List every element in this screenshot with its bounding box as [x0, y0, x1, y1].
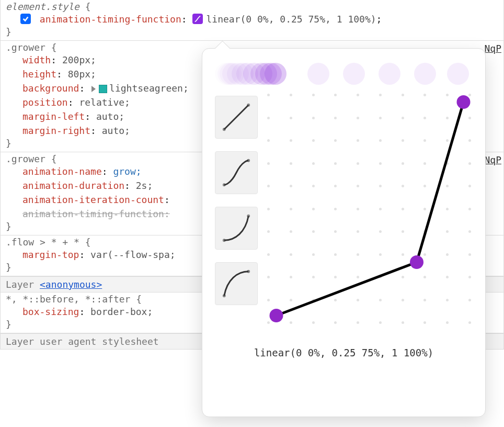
property-animation-timing-function[interactable]: animation-timing-function: linear(0 0%, … — [6, 12, 498, 26]
selector[interactable]: element.style — [6, 1, 79, 12]
curve-handle-0[interactable] — [270, 309, 283, 322]
property-value[interactable]: 2s; — [136, 180, 153, 191]
preview-dot — [307, 63, 329, 85]
property-name[interactable]: height — [22, 69, 56, 80]
easing-output: linear(0 0%, 0.25 75%, 1 100%) — [215, 347, 473, 358]
preview-dot — [265, 63, 287, 85]
easing-editor-popover: linear(0 0%, 0.25 75%, 1 100%) — [202, 48, 486, 417]
property-name[interactable]: margin-top — [22, 249, 79, 260]
preview-dot — [447, 63, 469, 85]
source-link[interactable]: NqP — [484, 43, 501, 54]
layer-link[interactable]: <anonymous> — [40, 279, 102, 290]
preview-dot — [379, 63, 400, 85]
preset-ease-in-out[interactable] — [215, 151, 258, 194]
curve-handle-1[interactable] — [410, 255, 423, 269]
property-value[interactable]: var(--flow-spa; — [90, 249, 176, 260]
expand-icon[interactable] — [91, 86, 96, 92]
property-name[interactable]: position — [22, 97, 68, 108]
easing-curve[interactable] — [277, 102, 464, 316]
preset-list — [215, 94, 258, 324]
property-value[interactable]: auto; — [102, 125, 130, 136]
property-value[interactable]: 200px; — [62, 54, 96, 65]
property-name[interactable]: animation-duration — [22, 180, 124, 191]
property-name[interactable]: animation-name — [22, 166, 102, 177]
source-link[interactable]: NqP — [484, 154, 501, 165]
property-value[interactable]: relative; — [79, 97, 130, 108]
curve-canvas[interactable] — [267, 94, 473, 324]
preview-dot — [343, 63, 365, 85]
animation-preview — [215, 60, 473, 87]
selector[interactable]: .grower — [6, 153, 45, 164]
property-name[interactable]: box-sizing — [22, 306, 79, 317]
curve-editor[interactable] — [267, 94, 473, 324]
curve-handle-2[interactable] — [457, 95, 471, 109]
property-value[interactable]: lightseagreen; — [109, 83, 189, 94]
property-name[interactable]: margin-left — [22, 111, 85, 122]
property-name[interactable]: width — [22, 54, 51, 65]
preset-linear[interactable] — [215, 96, 258, 139]
preset-ease-in[interactable] — [215, 207, 258, 250]
easing-swatch[interactable] — [192, 14, 203, 24]
rule-element-style: element.style { animation-timing-functio… — [0, 0, 504, 41]
color-swatch[interactable] — [99, 85, 107, 93]
selector[interactable]: .grower — [6, 42, 45, 53]
property-value[interactable]: auto; — [96, 111, 124, 122]
property-name[interactable]: animation-timing-function — [22, 208, 164, 219]
property-name[interactable]: animation-iteration-count — [22, 194, 164, 205]
property-value[interactable]: border-box; — [90, 306, 153, 317]
preview-dot — [414, 63, 436, 85]
selector[interactable]: .flow > * + * — [6, 237, 79, 248]
property-value[interactable]: 80px; — [68, 69, 96, 80]
property-name[interactable]: margin-right — [22, 125, 90, 136]
property-value[interactable]: grow; — [113, 166, 141, 177]
selector[interactable]: *, *::before, *::after — [6, 294, 130, 305]
toggle-checkbox[interactable] — [20, 14, 31, 24]
property-name[interactable]: background — [22, 83, 79, 94]
preset-ease-out[interactable] — [215, 262, 258, 305]
